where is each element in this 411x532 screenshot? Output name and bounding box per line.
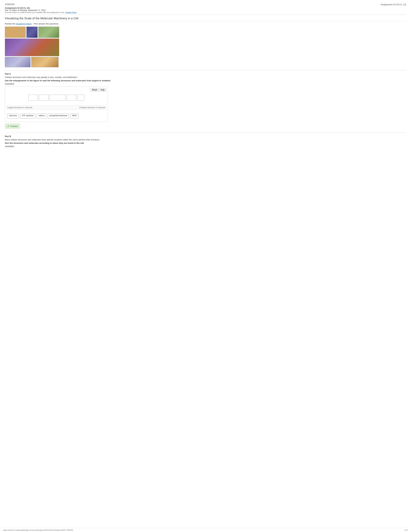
rank-slot-4[interactable] xyxy=(67,95,76,100)
item-trna[interactable]: tRNA xyxy=(70,114,79,119)
part-a-description: Cellular structures and molecules vary g… xyxy=(5,76,406,78)
reset-button[interactable]: Reset xyxy=(91,88,98,91)
review-text-after: . Then answer the questions. xyxy=(32,23,59,25)
item-rubisco[interactable]: rubisco xyxy=(37,114,47,119)
check-icon: ✔ xyxy=(7,125,9,128)
assignment-title: Assignment #2 (Ch 6, 12) xyxy=(5,7,406,9)
page-header: 12/26/2018 Assignment #2 (Ch 6, 12) xyxy=(5,3,406,6)
part-b-instruction: Sort the structures and molecules accord… xyxy=(5,142,406,144)
correct-label: Correct xyxy=(10,125,18,128)
figure-container xyxy=(5,27,72,67)
part-a-answer-box: Reset Help Largest structure or molecule… xyxy=(5,86,108,122)
section-divider-a xyxy=(5,70,406,70)
figure-row-top xyxy=(5,27,59,38)
ranking-slots xyxy=(7,93,106,102)
part-b-section: Part B Many cellular structures and mole… xyxy=(5,135,406,148)
figure-mid-wide[interactable] xyxy=(5,38,59,56)
item-atp-synthase[interactable]: ATP synthase xyxy=(20,114,35,119)
answer-toolbar: Reset Help xyxy=(7,88,106,91)
assignment-info: Assignment #2 (Ch 6, 12) Due: 11:59pm on… xyxy=(5,7,406,13)
figure-top-left[interactable] xyxy=(5,27,26,38)
rank-slot-2[interactable] xyxy=(39,95,49,100)
grading-note: You will receive no credit for items you… xyxy=(5,11,406,13)
due-date: Due: 11:59pm on Monday, September 17, 20… xyxy=(5,9,406,11)
page-title: Visualizing the Scale of the Molecular M… xyxy=(5,17,406,21)
help-button[interactable]: Help xyxy=(99,88,106,91)
grading-note-text: You will receive no credit for items you… xyxy=(5,11,65,13)
part-a-label: Part A xyxy=(5,73,406,75)
figure-bot-right[interactable] xyxy=(31,57,59,67)
correct-badge: ✔ Correct xyxy=(5,124,20,129)
figure-bot-left[interactable] xyxy=(5,57,31,67)
smallest-label: Smallest structure or molecule xyxy=(79,106,105,109)
header-center-title: Assignment #2 (Ch 6, 12) xyxy=(381,3,406,6)
review-text-before: Review the xyxy=(5,23,15,25)
figure-row-mid xyxy=(5,38,59,56)
figure-top-right[interactable] xyxy=(38,27,59,38)
figure-top-mid[interactable] xyxy=(26,27,38,38)
item-ribosome[interactable]: ribosome xyxy=(7,114,19,119)
grading-policy-link[interactable]: Grading Policy xyxy=(65,11,77,13)
part-a-section: Part A Cellular structures and molecules… xyxy=(5,73,406,131)
date-label: 12/26/2018 xyxy=(5,3,14,6)
part-a-instruction: Use the enlargements in the figure to ra… xyxy=(5,79,406,82)
part-b-description: Many cellular structures and molecules h… xyxy=(5,138,406,141)
rank-slot-5[interactable] xyxy=(77,95,84,100)
visualizing-figure-link[interactable]: Visualizing figure xyxy=(16,23,32,25)
rank-slot-1[interactable] xyxy=(28,95,38,100)
part-b-label: Part B xyxy=(5,135,406,138)
figure-row-bot xyxy=(5,57,59,67)
main-divider xyxy=(5,15,406,15)
item-phosphofructokinase[interactable]: phosphofructokinase xyxy=(48,114,69,119)
part-a-answer-label: ANSWER: xyxy=(5,83,406,85)
ranking-labels-row: Largest structure or molecule Smallest s… xyxy=(7,105,106,110)
items-pool: ribosome ATP synthase rubisco phosphofru… xyxy=(7,112,106,120)
largest-label: Largest structure or molecule xyxy=(7,106,32,109)
part-b-answer-label: ANSWER: xyxy=(5,145,406,148)
review-instructions: Review the Visualizing figure . Then ans… xyxy=(5,23,406,25)
rank-slot-3[interactable] xyxy=(50,95,66,100)
